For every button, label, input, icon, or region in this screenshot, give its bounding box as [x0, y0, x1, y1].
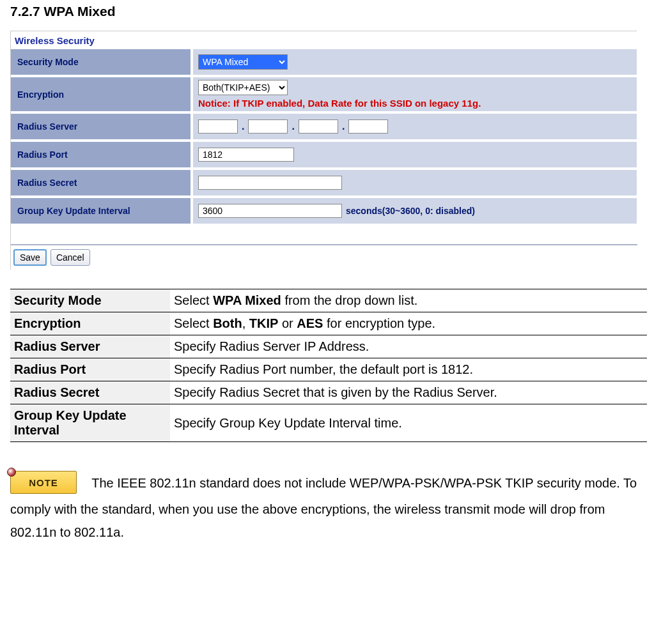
note-icon: NOTE	[10, 471, 77, 494]
security-mode-select[interactable]: WPA Mixed	[198, 54, 288, 70]
definitions-table: Security Mode Select WPA Mixed from the …	[10, 289, 647, 442]
cancel-button[interactable]: Cancel	[51, 249, 90, 266]
label-encryption: Encryption	[11, 77, 193, 111]
group-key-suffix: seconds(30~3600, 0: disabled)	[346, 206, 475, 216]
cell-radius-server: . . .	[193, 114, 637, 139]
group-key-input[interactable]	[198, 204, 342, 218]
note-text: The IEEE 802.11n standard does not inclu…	[10, 476, 637, 539]
cell-security-mode: WPA Mixed	[193, 49, 637, 75]
radius-secret-input[interactable]	[198, 176, 342, 190]
ip-dot: .	[342, 121, 345, 132]
cell-radius-port	[193, 142, 637, 167]
note-badge-label: NOTE	[29, 474, 58, 491]
wireless-security-panel: Wireless Security Security Mode WPA Mixe…	[10, 31, 637, 270]
label-radius-port: Radius Port	[11, 142, 193, 167]
def-desc: Specify Radius Server IP Address.	[170, 335, 647, 358]
label-radius-server: Radius Server	[11, 114, 193, 139]
radius-port-input[interactable]	[198, 148, 294, 162]
def-desc: Specify Radius Secret that is given by t…	[170, 381, 647, 404]
pin-icon	[7, 468, 16, 477]
row-security-mode: Security Mode WPA Mixed	[11, 49, 637, 77]
def-term: Radius Secret	[10, 381, 170, 404]
label-group-key: Group Key Update Interval	[11, 198, 193, 224]
panel-divider	[11, 244, 637, 245]
cell-radius-secret	[193, 170, 637, 195]
ip-dot: .	[292, 121, 294, 132]
note-paragraph: NOTE The IEEE 802.11n standard does not …	[10, 471, 647, 544]
radius-ip-octet-1[interactable]	[198, 119, 238, 134]
cell-group-key: seconds(30~3600, 0: disabled)	[193, 198, 637, 224]
radius-ip-octet-4[interactable]	[348, 119, 388, 134]
row-encryption: Encryption Both(TKIP+AES) Notice: If TKI…	[11, 77, 637, 114]
def-desc: Specify Radius Port number, the default …	[170, 358, 647, 381]
def-term: Encryption	[10, 312, 170, 335]
row-radius-secret: Radius Secret	[11, 170, 637, 198]
radius-ip-octet-2[interactable]	[248, 119, 288, 134]
table-row: Group Key Update Interval Specify Group …	[10, 404, 647, 442]
section-heading: 7.2.7 WPA Mixed	[10, 4, 651, 19]
def-term: Security Mode	[10, 289, 170, 312]
row-radius-port: Radius Port	[11, 142, 637, 170]
encryption-select[interactable]: Both(TKIP+AES)	[198, 80, 288, 95]
cell-encryption: Both(TKIP+AES) Notice: If TKIP enabled, …	[193, 77, 637, 111]
table-row: Radius Port Specify Radius Port number, …	[10, 358, 647, 381]
encryption-warning: Notice: If TKIP enabled, Data Rate for t…	[198, 98, 632, 109]
table-row: Security Mode Select WPA Mixed from the …	[10, 289, 647, 312]
def-desc: Specify Group Key Update Interval time.	[170, 404, 647, 442]
def-desc: Select WPA Mixed from the drop down list…	[170, 289, 647, 312]
label-radius-secret: Radius Secret	[11, 170, 193, 195]
table-row: Radius Server Specify Radius Server IP A…	[10, 335, 647, 358]
save-button[interactable]: Save	[13, 249, 47, 266]
def-term: Group Key Update Interval	[10, 404, 170, 442]
label-security-mode: Security Mode	[11, 49, 193, 75]
def-term: Radius Server	[10, 335, 170, 358]
table-row: Encryption Select Both, TKIP or AES for …	[10, 312, 647, 335]
def-desc: Select Both, TKIP or AES for encryption …	[170, 312, 647, 335]
radius-ip-octet-3[interactable]	[299, 119, 338, 134]
row-group-key: Group Key Update Interval seconds(30~360…	[11, 198, 637, 226]
panel-title: Wireless Security	[11, 31, 637, 49]
table-row: Radius Secret Specify Radius Secret that…	[10, 381, 647, 404]
row-radius-server: Radius Server . . .	[11, 114, 637, 142]
def-term: Radius Port	[10, 358, 170, 381]
ip-dot: .	[242, 121, 244, 132]
button-row: Save Cancel	[11, 249, 637, 270]
